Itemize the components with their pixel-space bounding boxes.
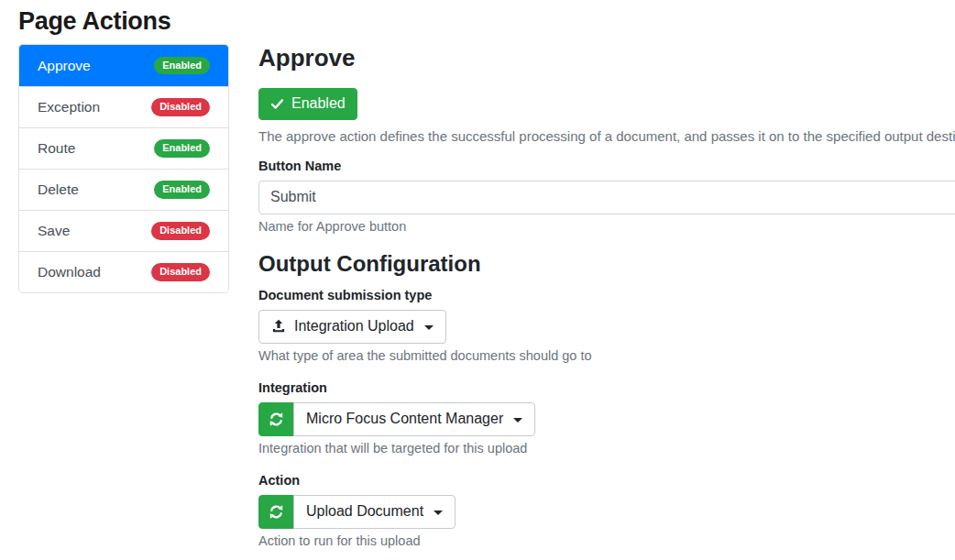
- list-item-label: Save: [38, 223, 70, 239]
- upload-icon: [271, 319, 286, 334]
- integration-label: Integration: [258, 380, 955, 395]
- sync-icon: [269, 504, 284, 520]
- action-input-group: Upload Document: [258, 495, 456, 529]
- list-item-label: Approve: [38, 58, 91, 74]
- action-description: The approve action defines the successfu…: [258, 128, 955, 144]
- integration-help: Integration that will be targeted for th…: [258, 441, 955, 456]
- action-list: Approve Enabled Exception Disabled Route…: [18, 44, 229, 293]
- output-configuration-heading: Output Configuration: [258, 251, 955, 277]
- status-badge: Enabled: [154, 57, 210, 75]
- status-badge: Disabled: [151, 98, 210, 116]
- list-item-delete[interactable]: Delete Enabled: [19, 169, 228, 210]
- status-badge: Enabled: [154, 181, 210, 199]
- integration-refresh-button[interactable]: [258, 402, 294, 436]
- status-badge: Enabled: [154, 139, 210, 158]
- caret-down-icon: [424, 325, 434, 330]
- integration-value: Micro Focus Content Manager: [306, 411, 503, 427]
- list-item-route[interactable]: Route Enabled: [19, 127, 228, 169]
- action-label: Action: [258, 473, 955, 488]
- button-name-input[interactable]: [258, 181, 955, 214]
- list-item-save[interactable]: Save Disabled: [19, 210, 228, 251]
- submission-type-label: Document submission type: [258, 288, 955, 302]
- list-item-download[interactable]: Download Disabled: [19, 251, 228, 292]
- caret-down-icon: [434, 511, 443, 515]
- page-title: Page Actions: [18, 7, 955, 36]
- button-name-label: Button Name: [258, 159, 955, 173]
- sync-icon: [269, 412, 284, 427]
- section-heading: Approve: [258, 44, 955, 72]
- list-item-approve[interactable]: Approve Enabled: [19, 45, 228, 86]
- list-item-label: Exception: [38, 99, 100, 115]
- list-item-label: Route: [38, 140, 75, 157]
- submission-type-value: Integration Upload: [294, 318, 414, 335]
- status-badge: Disabled: [151, 263, 210, 281]
- page-actions-page: Page Actions Approve Enabled Exception D…: [0, 0, 955, 560]
- status-toggle-button[interactable]: Enabled: [258, 88, 357, 120]
- integration-dropdown[interactable]: Micro Focus Content Manager: [293, 402, 535, 436]
- button-name-help: Name for Approve button: [258, 219, 955, 234]
- caret-down-icon: [513, 418, 522, 423]
- submission-type-dropdown[interactable]: Integration Upload: [258, 310, 446, 344]
- status-badge: Disabled: [151, 222, 210, 240]
- status-toggle-label: Enabled: [291, 94, 346, 114]
- integration-input-group: Micro Focus Content Manager: [258, 402, 535, 436]
- list-item-label: Download: [38, 264, 101, 280]
- list-item-exception[interactable]: Exception Disabled: [19, 86, 228, 127]
- list-item-label: Delete: [38, 181, 79, 198]
- action-dropdown[interactable]: Upload Document: [293, 495, 456, 529]
- check-icon: [270, 97, 284, 111]
- action-refresh-button[interactable]: [258, 495, 294, 529]
- action-value: Upload Document: [306, 503, 423, 520]
- action-detail-panel: Approve Enabled The approve action defin…: [258, 44, 955, 560]
- submission-type-help: What type of area the submitted document…: [258, 348, 955, 363]
- action-help: Action to run for this upload: [258, 533, 955, 548]
